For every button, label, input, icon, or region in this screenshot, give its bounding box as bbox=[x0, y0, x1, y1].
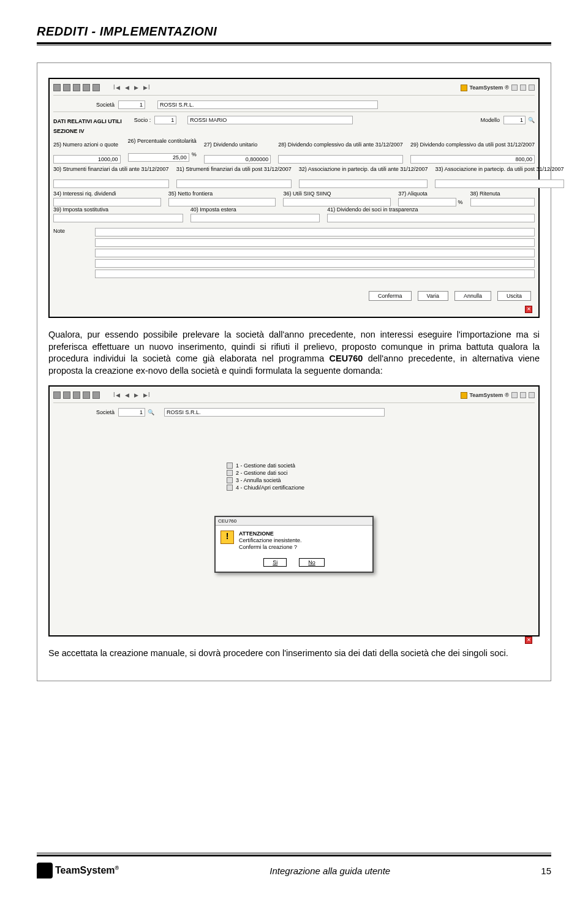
modello-input[interactable]: 1 bbox=[503, 116, 526, 124]
societa-code[interactable]: 1 bbox=[118, 100, 145, 109]
note-line[interactable] bbox=[95, 259, 535, 268]
rule-thin bbox=[37, 45, 551, 45]
field-label: 40) Imposta estera bbox=[190, 206, 320, 213]
tb-icon[interactable] bbox=[73, 84, 80, 91]
record-nav[interactable]: ⅼ◀ ◀ ▶ ▶ⅼ bbox=[113, 392, 151, 398]
socio-label: Socio : bbox=[134, 117, 151, 123]
field-39[interactable] bbox=[53, 214, 183, 222]
window-icon[interactable] bbox=[529, 85, 535, 91]
socio-code[interactable]: 1 bbox=[154, 116, 176, 124]
toolbar: ⅼ◀ ◀ ▶ ▶ⅼ TeamSystem® bbox=[53, 83, 535, 96]
field-28[interactable] bbox=[278, 155, 403, 164]
tb-icon[interactable] bbox=[63, 391, 70, 399]
page-footer: TeamSystem® Integrazione alla guida uten… bbox=[37, 853, 551, 878]
no-button[interactable]: No bbox=[299, 558, 325, 567]
field-label: 34) Interessi riq. dividendi bbox=[53, 191, 161, 197]
menu-icon bbox=[227, 470, 233, 476]
note-line[interactable] bbox=[95, 228, 535, 236]
field-label: 38) Ritenuta bbox=[470, 191, 535, 197]
tb-icon[interactable] bbox=[83, 84, 90, 91]
screenshot-dialog: ⅼ◀ ◀ ▶ ▶ⅼ TeamSystem® Società 1 🔍 ROSSI … bbox=[48, 385, 540, 637]
tb-icon[interactable] bbox=[73, 391, 80, 399]
record-nav[interactable]: ⅼ◀ ◀ ▶ ▶ⅼ bbox=[113, 85, 151, 91]
uscita-button[interactable]: Uscita bbox=[497, 291, 531, 301]
unit-label: % bbox=[192, 151, 197, 164]
section-header: DATI RELATIVI AGLI UTILI bbox=[53, 118, 122, 124]
help-icon[interactable] bbox=[92, 391, 100, 399]
societa-code[interactable]: 1 bbox=[118, 408, 145, 417]
window-icon[interactable] bbox=[520, 85, 526, 91]
close-icon[interactable]: ✕ bbox=[525, 637, 532, 644]
dialog-title: CEU760 bbox=[216, 517, 372, 526]
window-icon[interactable] bbox=[511, 392, 518, 398]
field-37[interactable] bbox=[398, 198, 456, 206]
societa-name[interactable]: ROSSI S.R.L. bbox=[164, 408, 385, 417]
field-label: 25) Numero azioni o quote bbox=[53, 142, 121, 154]
toolbar: ⅼ◀ ◀ ▶ ▶ⅼ TeamSystem® bbox=[53, 390, 535, 403]
field-label: 36) Utili SIIQ SIINQ bbox=[283, 191, 391, 197]
field-40[interactable] bbox=[190, 214, 320, 222]
field-27[interactable]: 0,800000 bbox=[204, 155, 271, 164]
menu-item[interactable]: 1 - Gestione dati società bbox=[227, 462, 361, 469]
section-subheader: SEZIONE IV bbox=[53, 128, 122, 134]
field-label: 31) Strumenti finanziari da utili post 3… bbox=[176, 166, 292, 178]
close-icon[interactable]: ✕ bbox=[525, 306, 532, 313]
field-label: 32) Associazione in partecip. da utili a… bbox=[299, 166, 428, 178]
field-label: 33) Associazione in partecip. da utili p… bbox=[435, 166, 564, 178]
menu-item[interactable]: 4 - Chiudi/Apri certificazione bbox=[227, 484, 361, 491]
note-line[interactable] bbox=[95, 270, 535, 278]
socio-name[interactable]: ROSSI MARIO bbox=[187, 116, 353, 124]
note-label: Note bbox=[53, 228, 90, 236]
tb-icon[interactable] bbox=[53, 391, 61, 399]
varia-button[interactable]: Varia bbox=[418, 291, 448, 301]
body-paragraph-2: Se accettata la creazione manuale, si do… bbox=[48, 648, 540, 660]
si-button[interactable]: Si bbox=[263, 558, 287, 567]
window-icon[interactable] bbox=[520, 392, 526, 398]
field-25[interactable]: 1000,00 bbox=[53, 155, 121, 164]
dialog-head: ATTENZIONE bbox=[239, 531, 274, 537]
annulla-button[interactable]: Annulla bbox=[454, 291, 491, 301]
menu-icon bbox=[227, 477, 233, 483]
field-label: 37) Aliquota bbox=[398, 191, 462, 197]
field-label: 28) Dividendo complessivo da utili ante … bbox=[278, 142, 403, 154]
menu-item[interactable]: 3 - Annulla società bbox=[227, 477, 361, 484]
societa-name[interactable]: ROSSI S.R.L. bbox=[157, 100, 378, 109]
menu-item[interactable]: 2 - Gestione dati soci bbox=[227, 469, 361, 477]
field-33[interactable] bbox=[435, 179, 564, 188]
field-41[interactable] bbox=[327, 214, 535, 222]
body-paragraph-1: Qualora, pur essendo possibile prelevare… bbox=[48, 329, 540, 377]
lookup-icon[interactable]: 🔍 bbox=[148, 409, 154, 415]
societa-label: Società bbox=[96, 409, 115, 415]
field-32[interactable] bbox=[299, 179, 428, 188]
lookup-icon[interactable]: 🔍 bbox=[528, 117, 535, 123]
field-29[interactable]: 800,00 bbox=[410, 155, 535, 164]
field-label: 35) Netto frontiera bbox=[168, 191, 276, 197]
field-label: 30) Strumenti finanziari da utili ante 3… bbox=[53, 166, 169, 178]
field-35[interactable] bbox=[168, 198, 276, 206]
help-icon[interactable] bbox=[92, 84, 100, 91]
field-label: 29) Dividendo complessivo da utili post … bbox=[410, 142, 535, 154]
field-36[interactable] bbox=[283, 198, 391, 206]
spacer bbox=[53, 238, 90, 247]
note-line[interactable] bbox=[95, 249, 535, 257]
field-26[interactable]: 25,00 bbox=[128, 153, 189, 162]
field-31[interactable] bbox=[176, 179, 292, 188]
window-icon[interactable] bbox=[511, 85, 518, 91]
tb-icon[interactable] bbox=[63, 84, 70, 91]
rule-thick bbox=[37, 42, 551, 44]
tb-icon[interactable] bbox=[83, 391, 90, 399]
conferma-button[interactable]: Conferma bbox=[369, 291, 412, 301]
tb-icon[interactable] bbox=[53, 84, 61, 91]
menu-icon bbox=[227, 485, 233, 491]
note-line[interactable] bbox=[95, 238, 535, 247]
teamsystem-logo: TeamSystem® bbox=[461, 392, 509, 399]
societa-label: Società bbox=[96, 102, 115, 108]
content-frame: ⅼ◀ ◀ ▶ ▶ⅼ TeamSystem® Società 1 ROSSI S.… bbox=[37, 62, 551, 681]
field-label: 39) Imposta sostitutiva bbox=[53, 206, 183, 213]
window-icon[interactable] bbox=[529, 392, 535, 398]
confirm-dialog: CEU760 ATTENZIONE Certificazione inesist… bbox=[214, 516, 374, 572]
field-34[interactable] bbox=[53, 198, 161, 206]
field-30[interactable] bbox=[53, 179, 169, 188]
field-38[interactable] bbox=[470, 198, 535, 206]
teamsystem-logo: TeamSystem® bbox=[461, 85, 509, 91]
